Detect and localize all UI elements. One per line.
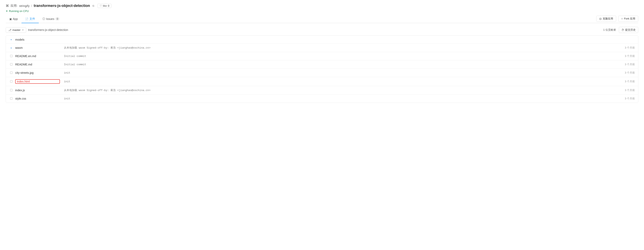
file-icon: ☐ <box>9 88 13 92</box>
tab-files[interactable]: 📄 文件 <box>22 15 39 23</box>
table-row: ☐ index.html init 3 个月前 <box>6 77 638 86</box>
commit-message: 从本地加载 wasm Signed-off-by: 蒋浩 <jianghao@o… <box>60 88 618 92</box>
like-label: ♡ like <box>100 4 107 7</box>
title-row: ⌘ 应用: stringify / transformers-js-object… <box>6 4 638 8</box>
contributors-text: 1 位贡献者 <box>603 28 616 32</box>
file-time: 3 个月前 <box>618 71 635 75</box>
username[interactable]: stringify <box>19 4 30 8</box>
tab-app[interactable]: ▣ App <box>6 15 22 23</box>
file-name[interactable]: README.en.md <box>15 55 60 58</box>
file-name[interactable]: style.css <box>15 97 60 100</box>
file-name-highlighted[interactable]: index.html <box>15 79 60 84</box>
repo-bar-left: ⎇ master ▾ transformers-js-object-detect… <box>6 27 68 33</box>
clone-icon: ⊡ <box>599 17 602 20</box>
commit-message: init <box>60 97 618 100</box>
file-icon: ☐ <box>9 63 13 66</box>
table-row: ☐ README.en.md Initial commit 3 个月前 <box>6 52 638 60</box>
clone-label: 克隆应用 <box>602 17 613 21</box>
tab-issues-label: Issues <box>46 17 54 21</box>
fork-label: Fork 应用 <box>624 17 635 21</box>
header-section: ⌘ 应用: stringify / transformers-js-object… <box>0 0 644 23</box>
file-table: ▪ models ▪ wasm 从本地加载 wasm Signed-off-by… <box>6 35 638 103</box>
file-name[interactable]: wasm <box>15 46 60 49</box>
file-time: 3 个月前 <box>618 46 635 50</box>
chevron-down-icon: ▾ <box>22 29 24 31</box>
file-icon: ☐ <box>9 80 13 83</box>
history-button[interactable]: ⏱ 提交历史 <box>619 27 638 33</box>
commit-message: 从本地加载 wasm Signed-off-by: 蒋浩 <jianghao@o… <box>60 46 618 50</box>
repo-path: transformers-js-object-detection <box>28 28 68 32</box>
page-wrapper: ⌘ 应用: stringify / transformers-js-object… <box>0 0 644 250</box>
repo-bar-right: 1 位贡献者 ⏱ 提交历史 <box>603 27 638 33</box>
fork-icon: ⑂ <box>621 17 623 20</box>
app-tab-icon: ▣ <box>9 18 12 21</box>
branch-icon: ⎇ <box>8 29 11 32</box>
file-name[interactable]: README.md <box>15 63 60 66</box>
fork-button[interactable]: ⑂ Fork 应用 <box>618 16 638 22</box>
folder-icon: ▪ <box>9 38 13 41</box>
history-label: 提交历史 <box>625 28 636 32</box>
tab-issues[interactable]: ⓘ Issues 0 <box>39 15 63 23</box>
right-actions: ⊡ 克隆应用 ⑂ Fork 应用 <box>596 16 638 22</box>
running-text: Running on CPU <box>9 10 29 13</box>
file-name[interactable]: city-streets.jpg <box>15 71 60 74</box>
file-icon: ☐ <box>9 97 13 100</box>
file-time: 3 个月前 <box>618 80 635 83</box>
tab-files-label: 文件 <box>30 17 35 21</box>
folder-icon: ▪ <box>9 46 13 50</box>
table-row: ▪ models <box>6 36 638 44</box>
file-name[interactable]: models <box>15 38 60 41</box>
table-row: ☐ README.md Initial commit 3 个月前 <box>6 60 638 69</box>
commit-message: init <box>60 80 618 83</box>
main-content: ⎇ master ▾ transformers-js-object-detect… <box>0 23 644 107</box>
issues-tab-icon: ⓘ <box>42 17 45 21</box>
like-button[interactable]: ♡ like 0 <box>98 4 112 8</box>
tabs-row: ▣ App 📄 文件 ⓘ Issues 0 ⊡ 克隆应用 ⑂ Fork 应用 <box>6 15 638 23</box>
history-icon: ⏱ <box>622 29 624 32</box>
file-time: 3 个月前 <box>618 88 635 92</box>
file-name[interactable]: index.js <box>15 89 60 92</box>
table-row: ☐ index.js 从本地加载 wasm Signed-off-by: 蒋浩 … <box>6 86 638 95</box>
file-icon: ☐ <box>9 54 13 58</box>
file-icon: ☐ <box>9 71 13 75</box>
file-time: 3 个月前 <box>618 54 635 58</box>
breadcrumb-sep: / <box>31 4 32 8</box>
commit-message: Initial commit <box>60 63 618 66</box>
commit-message: init <box>60 71 618 74</box>
file-time: 3 个月前 <box>618 63 635 66</box>
repo-name[interactable]: transformers-js-object-detection <box>34 4 90 8</box>
branch-selector[interactable]: ⎇ master ▾ <box>6 27 26 33</box>
running-badge: ✳ Running on CPU <box>6 10 638 13</box>
like-count: 0 <box>108 4 109 7</box>
clone-button[interactable]: ⊡ 克隆应用 <box>596 16 616 22</box>
table-row: ▪ wasm 从本地加载 wasm Signed-off-by: 蒋浩 <jia… <box>6 44 638 52</box>
files-tab-icon: 📄 <box>25 18 28 21</box>
copy-icon[interactable]: ⧉ <box>92 4 94 8</box>
branch-name: master <box>12 29 20 32</box>
title-prefix: 应用: <box>10 4 18 8</box>
repo-bar: ⎇ master ▾ transformers-js-object-detect… <box>6 27 638 33</box>
commit-message: Initial commit <box>60 55 618 58</box>
table-row: ☐ city-streets.jpg init 3 个月前 <box>6 69 638 77</box>
file-time: 3 个月前 <box>618 97 635 100</box>
tab-app-label: App <box>13 17 18 21</box>
issues-count-badge: 0 <box>55 17 60 21</box>
running-icon: ✳ <box>6 10 8 13</box>
app-icon: ⌘ <box>6 4 9 8</box>
table-row: ☐ style.css init 3 个月前 <box>6 95 638 103</box>
